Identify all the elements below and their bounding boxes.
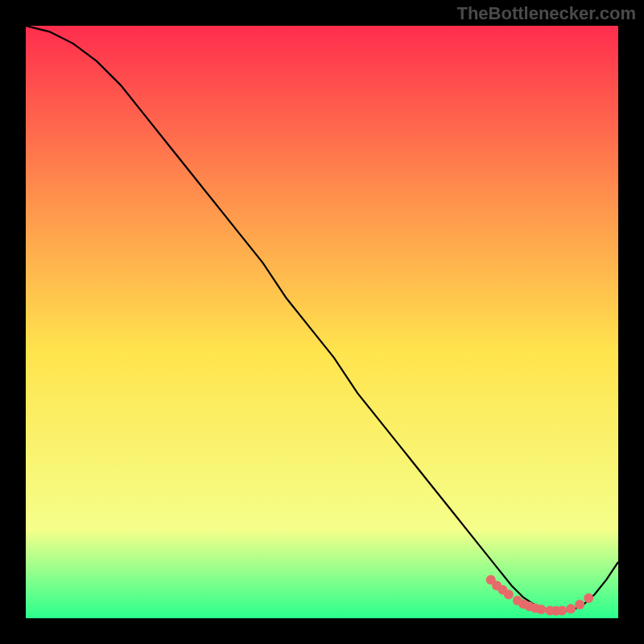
watermark-text: TheBottlenecker.com <box>456 3 636 24</box>
chart-svg <box>26 26 618 618</box>
chart-plot-area <box>26 26 618 618</box>
chart-marker <box>584 593 593 603</box>
chart-background <box>26 26 618 618</box>
chart-marker <box>557 605 567 615</box>
chart-marker <box>536 605 546 614</box>
chart-marker <box>566 604 576 613</box>
chart-marker <box>504 590 514 600</box>
chart-marker <box>575 600 584 609</box>
